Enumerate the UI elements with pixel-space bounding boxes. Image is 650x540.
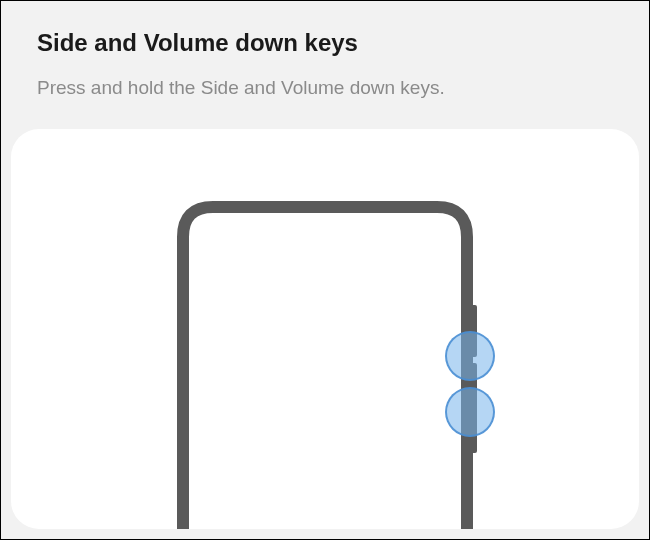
instruction-text: Press and hold the Side and Volume down … bbox=[37, 77, 613, 99]
phone-outline-icon bbox=[177, 201, 473, 529]
phone-illustration bbox=[177, 201, 473, 529]
instruction-header: Side and Volume down keys Press and hold… bbox=[1, 1, 649, 117]
volume-down-highlight-icon bbox=[445, 331, 495, 381]
illustration-card bbox=[11, 129, 639, 529]
page-title: Side and Volume down keys bbox=[37, 29, 613, 57]
side-key-highlight-icon bbox=[445, 387, 495, 437]
